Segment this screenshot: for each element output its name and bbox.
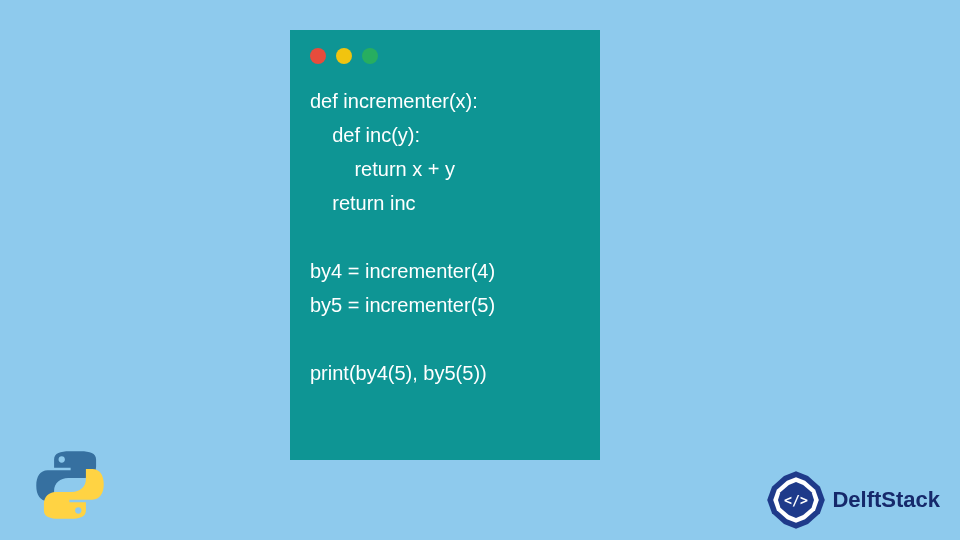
window-dot-close (310, 48, 326, 64)
code-line-4: return inc (310, 192, 416, 214)
code-line-9: print(by4(5), by5(5)) (310, 362, 487, 384)
window-dot-maximize (362, 48, 378, 64)
code-line-6: by4 = incrementer(4) (310, 260, 495, 282)
code-content: def incrementer(x): def inc(y): return x… (310, 84, 580, 390)
delftstack-brand-text: DelftStack (832, 487, 940, 513)
code-line-7: by5 = incrementer(5) (310, 294, 495, 316)
window-dot-minimize (336, 48, 352, 64)
python-logo-icon (35, 450, 105, 520)
code-line-1: def incrementer(x): (310, 90, 478, 112)
delftstack-badge-icon: </> (766, 470, 826, 530)
window-controls (310, 48, 580, 64)
code-line-2: def inc(y): (310, 124, 420, 146)
code-window: def incrementer(x): def inc(y): return x… (290, 30, 600, 460)
svg-text:</>: </> (784, 493, 808, 508)
code-line-3: return x + y (310, 158, 455, 180)
delftstack-logo: </> DelftStack (766, 470, 940, 530)
